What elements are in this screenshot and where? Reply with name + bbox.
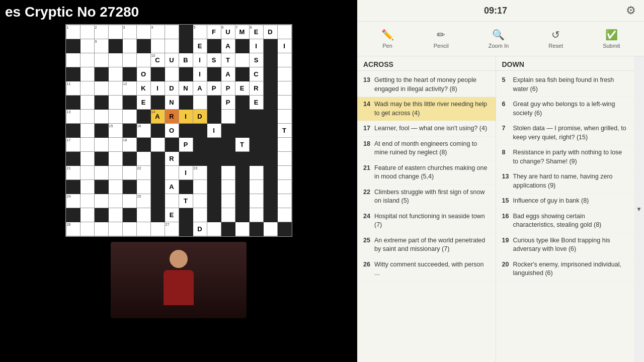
grid-cell[interactable] xyxy=(249,208,263,222)
grid-cell[interactable]: N xyxy=(165,96,179,110)
grid-cell[interactable] xyxy=(221,124,235,138)
clue-item[interactable]: 15Influence of guy in bank (8) xyxy=(496,194,634,209)
grid-cell[interactable] xyxy=(207,180,221,194)
grid-cell[interactable] xyxy=(277,194,291,208)
grid-cell[interactable] xyxy=(122,110,136,124)
clue-item[interactable]: 26Witty comment succeeded, with person .… xyxy=(357,257,496,282)
grid-cell[interactable]: S xyxy=(249,53,263,67)
grid-cell[interactable] xyxy=(66,53,80,67)
grid-cell[interactable] xyxy=(249,222,263,236)
grid-cell[interactable]: 5 xyxy=(193,25,207,39)
clue-item[interactable]: 17Learner, fool — what one isn't using? … xyxy=(357,121,496,137)
grid-cell[interactable]: O xyxy=(136,67,150,81)
grid-cell[interactable] xyxy=(108,110,122,124)
grid-cell[interactable] xyxy=(66,208,80,222)
grid-cell[interactable] xyxy=(263,222,277,236)
grid-cell[interactable]: E xyxy=(235,81,249,96)
grid-cell[interactable] xyxy=(122,222,136,236)
clue-item[interactable]: 13They are hard to name, having zero app… xyxy=(496,169,634,194)
grid-cell[interactable] xyxy=(221,166,235,180)
grid-cell[interactable]: 6U xyxy=(221,25,235,39)
grid-cell[interactable] xyxy=(263,124,277,138)
grid-cell[interactable]: 2 xyxy=(94,25,108,39)
grid-cell[interactable] xyxy=(207,222,221,236)
grid-cell[interactable] xyxy=(94,67,108,81)
grid-cell[interactable] xyxy=(221,222,235,236)
grid-cell[interactable]: 13 xyxy=(66,110,80,124)
grid-cell[interactable] xyxy=(136,208,150,222)
grid-cell[interactable] xyxy=(94,222,108,236)
grid-cell[interactable] xyxy=(94,180,108,194)
grid-cell[interactable]: 17 xyxy=(66,138,80,152)
grid-cell[interactable]: T xyxy=(179,194,193,208)
grid-cell[interactable] xyxy=(150,124,165,138)
grid-cell[interactable]: E xyxy=(136,96,150,110)
grid-cell[interactable] xyxy=(136,222,150,236)
grid-cell[interactable] xyxy=(277,208,291,222)
grid-cell[interactable] xyxy=(150,194,165,208)
grid-cell[interactable] xyxy=(207,110,221,124)
grid-cell[interactable] xyxy=(122,96,136,110)
clue-item[interactable]: 16Bad eggs showing certain characteristi… xyxy=(496,209,634,233)
grid-cell[interactable] xyxy=(179,96,193,110)
grid-cell[interactable] xyxy=(221,208,235,222)
grid-cell[interactable] xyxy=(277,138,291,152)
grid-cell[interactable] xyxy=(277,96,291,110)
grid-cell[interactable]: O xyxy=(165,124,179,138)
grid-cell[interactable] xyxy=(263,110,277,124)
clue-item[interactable]: 8Resistance in party with nothing to los… xyxy=(496,145,634,169)
grid-cell[interactable] xyxy=(277,67,291,81)
grid-cell[interactable] xyxy=(108,194,122,208)
grid-cell[interactable] xyxy=(263,81,277,96)
grid-cell[interactable]: 21 xyxy=(66,166,80,180)
grid-cell[interactable] xyxy=(136,39,150,53)
grid-cell[interactable] xyxy=(80,53,94,67)
grid-cell[interactable] xyxy=(193,152,207,166)
grid-cell[interactable]: N xyxy=(179,81,193,96)
grid-cell[interactable]: I xyxy=(150,81,165,96)
grid-cell[interactable]: S xyxy=(207,53,221,67)
grid-cell[interactable]: D xyxy=(193,222,207,236)
grid-cell[interactable]: T xyxy=(235,138,249,152)
grid-cell[interactable]: I xyxy=(193,67,207,81)
grid-cell[interactable] xyxy=(122,208,136,222)
down-list[interactable]: 5Explain sea fish being found in fresh w… xyxy=(496,71,634,362)
grid-cell[interactable] xyxy=(80,152,94,166)
grid-cell[interactable] xyxy=(235,208,249,222)
grid-cell[interactable] xyxy=(80,81,94,96)
grid-cell[interactable] xyxy=(108,39,122,53)
grid-cell[interactable] xyxy=(80,194,94,208)
clue-item[interactable]: 18At end of month engineers coming to mi… xyxy=(357,137,496,161)
grid-cell[interactable] xyxy=(122,39,136,53)
reset-button[interactable]: ↺ Reset xyxy=(544,27,567,51)
grid-cell[interactable]: P xyxy=(179,138,193,152)
grid-cell[interactable] xyxy=(80,96,94,110)
grid-cell[interactable] xyxy=(94,194,108,208)
grid-cell[interactable] xyxy=(150,208,165,222)
grid-cell[interactable] xyxy=(94,166,108,180)
grid-cell[interactable]: 15 xyxy=(108,124,122,138)
grid-cell[interactable] xyxy=(207,208,221,222)
grid-cell[interactable]: T xyxy=(221,53,235,67)
grid-cell[interactable] xyxy=(179,208,193,222)
grid-cell[interactable] xyxy=(80,25,94,39)
grid-cell[interactable] xyxy=(94,138,108,152)
grid-cell[interactable]: R xyxy=(165,152,179,166)
grid-cell[interactable] xyxy=(165,166,179,180)
grid-cell[interactable] xyxy=(263,53,277,67)
scroll-down-button[interactable]: ▼ xyxy=(634,56,644,362)
grid-cell[interactable] xyxy=(150,222,165,236)
grid-cell[interactable]: 3 xyxy=(122,25,136,39)
grid-cell[interactable] xyxy=(263,39,277,53)
across-list[interactable]: 13Getting to the heart of money people e… xyxy=(357,71,496,362)
grid-cell[interactable] xyxy=(66,124,80,138)
grid-cell[interactable] xyxy=(80,222,94,236)
grid-cell[interactable] xyxy=(277,180,291,194)
grid-cell[interactable]: 1 xyxy=(66,25,80,39)
grid-cell[interactable]: T xyxy=(277,124,291,138)
grid-cell[interactable] xyxy=(108,208,122,222)
grid-cell[interactable]: 26 xyxy=(66,222,80,236)
grid-cell[interactable] xyxy=(150,152,165,166)
grid-cell[interactable] xyxy=(235,194,249,208)
grid-cell[interactable]: 18 xyxy=(122,138,136,152)
